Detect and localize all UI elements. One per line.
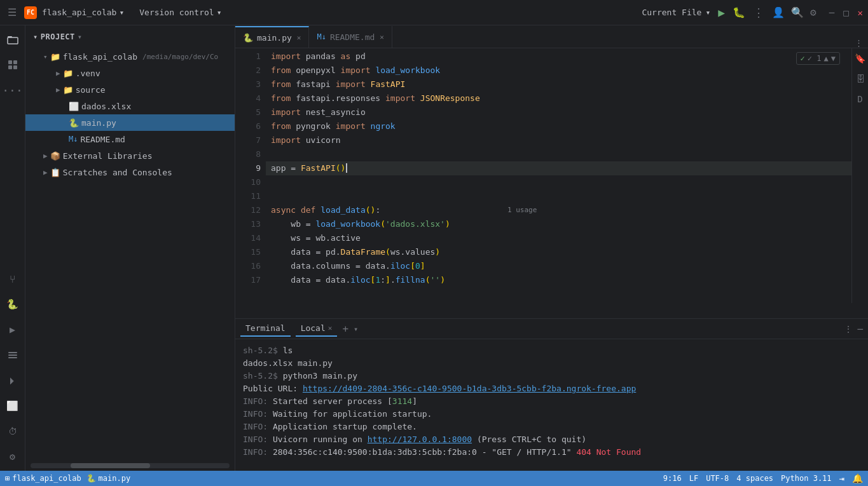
tab-close-icon[interactable]: ✕ [297,34,301,42]
database-icon[interactable]: 🗄 [853,71,868,86]
terminal-tab[interactable]: Terminal [240,321,291,337]
local-tab[interactable]: Local ✕ [296,321,338,337]
folder-chevron3-icon: ▶ [56,86,60,94]
search-icon[interactable]: 🔍 [791,6,804,18]
project-selector[interactable]: flask_api_colab ▾ [42,8,124,17]
line-num-10: 10 [240,175,261,189]
hamburger-icon[interactable]: ☰ [5,4,19,21]
titlebar-actions: 👤 🔍 ⚙ [772,6,816,18]
terminal-tab-label: Terminal [245,323,286,333]
status-project-icon: ⊞ [5,474,10,483]
terminal-minimize-icon[interactable]: ─ [858,324,863,334]
settings-icon[interactable]: ⚙ [810,6,816,18]
tree-label-readme: README.md [80,135,125,144]
tree-item-readme[interactable]: M↓ README.md [25,131,235,147]
svg-rect-4 [8,65,12,69]
activity-layers-icon[interactable] [1,344,24,367]
sidebar-scrollbar[interactable] [31,463,230,468]
activity-packages-icon[interactable]: ⬜ [1,395,24,417]
code-line-6: from pyngrok import ngrok [266,119,862,133]
activity-play-icon[interactable]: ⏵ [1,369,24,392]
terminal-dropdown-icon[interactable]: ▾ [354,325,358,334]
tab-readme[interactable]: M↓ README.md ✕ [309,26,392,48]
status-cursor[interactable]: 9:16 [663,474,682,483]
code-editor[interactable]: import pandas as pd from openpyxl import… [266,48,862,318]
term-line-6: INFO: Waiting for application startup. [243,408,860,421]
status-encoding[interactable]: LF [689,474,698,483]
activity-run-icon[interactable]: ▶ [1,318,24,341]
titlebar-right: Current File ▾ ▶ 🐛 ⋮ 👤 🔍 ⚙ ─ □ ✕ [642,6,863,19]
term-prompt: sh-5.2$ [243,346,283,355]
tree-label-dados: dados.xlsx [81,102,131,111]
status-language[interactable]: Python 3.11 [781,474,831,483]
folder-icon: 📁 [50,52,60,62]
activity-python-icon[interactable]: 🐍 [1,293,24,316]
activity-history-icon[interactable]: ⏱ [1,420,24,443]
checks-up-icon[interactable]: ▲ [824,54,829,63]
maximize-button[interactable]: □ [843,8,848,18]
window-controls: ─ □ ✕ [829,8,863,18]
term-info-msg2: Waiting for application startup. [268,409,432,419]
terminal-add-button[interactable]: + [342,323,348,335]
terminal-content[interactable]: sh-5.2$ ls dados.xlsx main.py sh-5.2$ py… [235,339,868,471]
code-line-5: import nest_asyncio [266,105,862,119]
term-output: dados.xlsx main.py [243,358,333,368]
term-line-1: sh-5.2$ ls [243,344,860,357]
tree-item-source[interactable]: ▶ 📁 source [25,81,235,98]
status-file[interactable]: 🐍 main.py [86,474,131,483]
checks-badge[interactable]: ✓ ✓ 1 ▲ ▼ [796,52,840,65]
status-indent-icon[interactable]: ⇥ [839,473,844,483]
run-button[interactable]: ▶ [718,6,725,19]
titlebar: ☰ FC flask_api_colab ▾ Version control ▾… [0,0,868,25]
code-line-12: async def load_data():1 usage [266,203,862,217]
bookmark-icon[interactable]: 🔖 [853,51,868,66]
line-num-7: 7 [240,133,261,147]
activity-settings-icon[interactable]: ⚙ [1,445,24,468]
debug-button[interactable]: 🐛 [733,6,745,18]
tab-more-icon[interactable]: ⋮ [855,38,863,48]
terminal-more-icon[interactable]: ⋮ [844,324,853,334]
term-uvicorn-suffix: (Press CTRL+C to quit) [472,435,586,444]
tree-item-dados[interactable]: ⬜ dados.xlsx [25,98,235,114]
sidebar-header: ▾ Project ▾ [25,25,235,48]
plugin-right-icon[interactable]: D [853,91,868,107]
tree-item-main-py[interactable]: 🐍 main.py [25,114,235,131]
close-button[interactable]: ✕ [858,8,863,18]
tree-item-venv[interactable]: ▶ 📁 .venv [25,65,235,81]
status-indent[interactable]: 4 spaces [736,474,773,483]
tab-bar: 🐍 main.py ✕ M↓ README.md ✕ ⋮ [235,25,868,48]
run-config-selector[interactable]: Current File ▾ [642,8,710,17]
status-notifications-icon[interactable]: 🔔 [852,473,863,483]
svg-rect-3 [13,60,17,64]
tab-readme-close-icon[interactable]: ✕ [380,33,384,41]
version-control-button[interactable]: Version control ▾ [139,8,221,17]
tree-item-external-libs[interactable]: ▶ 📦 External Libraries [25,147,235,164]
code-line-3: from fastapi import FastAPI [266,78,862,91]
activity-plugins-icon[interactable] [1,53,24,76]
term-line-4: Public URL: https://d409-2804-356c-c140-… [243,382,860,395]
activity-git-icon[interactable]: ⑂ [1,267,24,290]
tab-main-py[interactable]: 🐍 main.py ✕ [235,26,309,48]
status-project[interactable]: ⊞ flask_api_colab [5,474,81,483]
line-num-3: 3 [240,78,261,91]
terminal-tabs: Terminal Local ✕ + ▾ ⋮ ─ [235,319,868,339]
code-line-7: import uvicorn [266,133,862,147]
term-info-msg4: Uvicorn running on [268,435,368,444]
activity-folder-icon[interactable] [1,28,24,51]
tree-item-scratches[interactable]: ▶ 📋 Scratches and Consoles [25,164,235,180]
term-url-link[interactable]: https://d409-2804-356c-c140-9500-b1da-3d… [303,384,636,393]
more-actions-button[interactable]: ⋮ [753,6,764,19]
term-url-label: Public URL: [243,384,303,393]
tree-label-mainpy: main.py [81,118,116,128]
check-icon: ✓ [801,54,805,63]
term-uvicorn-link[interactable]: http://127.0.0.1:8000 [368,435,472,444]
activity-more-icon[interactable]: ··· [1,79,24,102]
svg-rect-5 [13,65,17,69]
minimize-button[interactable]: ─ [829,8,834,18]
tree-item-flask-api-colab[interactable]: ▾ 📁 flask_api_colab /media/mago/dev/Co [25,48,235,65]
checks-down-icon[interactable]: ▼ [831,54,836,63]
profile-icon[interactable]: 👤 [772,6,785,18]
status-charset[interactable]: UTF-8 [706,474,729,483]
local-tab-close-icon[interactable]: ✕ [328,324,333,332]
run-config-chevron-icon: ▾ [705,8,710,17]
